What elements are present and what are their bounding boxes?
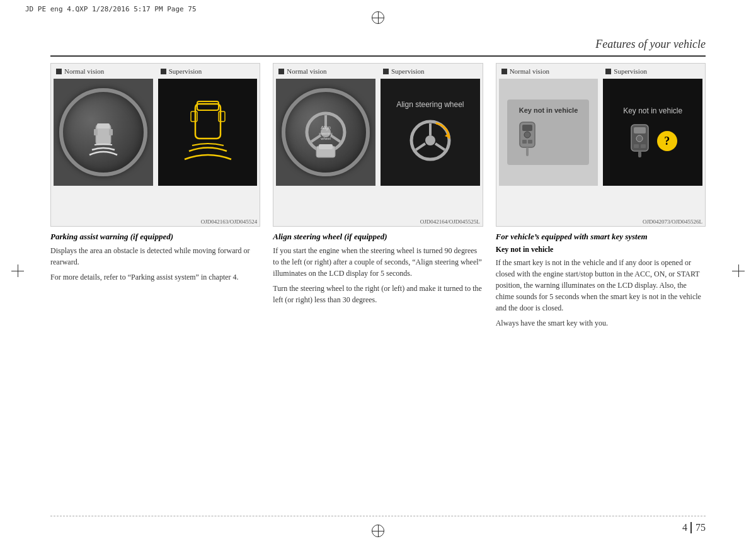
panel-images-3: Key not in vehicle [496, 79, 705, 217]
svg-rect-6 [191, 111, 197, 122]
align-normal-icon: Align steering wheel [297, 104, 354, 161]
svg-text:wheel: wheel [320, 137, 331, 140]
key-normal-text: Key not in vehicle [515, 106, 581, 115]
ojd-code-2: OJD042164/OJD045525L [273, 217, 482, 226]
page-title: Features of your vehicle [595, 38, 706, 50]
parking-supervision-display [158, 79, 258, 186]
svg-rect-7 [219, 111, 225, 122]
caption-title-2: Align steering wheel (if equipped) [273, 232, 483, 242]
page-number: 75 [692, 522, 706, 533]
label-square-4 [383, 69, 389, 74]
normal-vision-label-1: Normal vision [51, 64, 156, 79]
parking-normal-display [54, 79, 153, 186]
header-rule [50, 55, 706, 57]
svg-point-32 [636, 135, 643, 142]
label-square-2 [161, 69, 166, 74]
footer-rule [50, 516, 706, 516]
panel-images-2: Align steering wheel Align st [273, 79, 482, 217]
svg-point-26 [524, 132, 530, 138]
caption-title-3: For vehicle’s equipped with smart key sy… [496, 232, 706, 242]
normal-vision-label-2: Normal vision [273, 64, 378, 79]
supervision-label-2: Supervision [378, 64, 483, 79]
svg-line-21 [416, 144, 425, 150]
chapter-number: 4 [682, 522, 692, 533]
svg-line-12 [331, 135, 340, 142]
caption-body-3: If the smart key is not in the vehicle a… [496, 257, 706, 329]
key-normal-display: Key not in vehicle [499, 79, 598, 186]
key-fob-normal-icon [515, 121, 540, 159]
page-header: Features of your vehicle [595, 38, 706, 51]
align-steering-panel: Normal vision Supervision [273, 63, 483, 227]
instrument-circle-1 [59, 88, 147, 176]
registration-mark-right [732, 264, 745, 277]
caption-title-1: Parking assist warning (if equipped) [50, 232, 260, 242]
align-supervision-text: Align steering wheel [396, 100, 464, 109]
key-supervision-text: Key not in vehicle [623, 106, 682, 115]
registration-circle-bottom [372, 525, 384, 537]
svg-rect-5 [197, 101, 219, 110]
key-fob-supervision-icon [629, 124, 651, 159]
parking-assist-icon [78, 107, 129, 157]
print-metadata: JD PE eng 4.QXP 1/28/2016 5:17 PM Page 7… [25, 5, 197, 13]
svg-rect-1 [97, 123, 110, 128]
key-normal-lcd: Key not in vehicle [507, 99, 589, 164]
svg-rect-4 [195, 104, 220, 139]
page-number-area: 4 75 [682, 522, 706, 533]
column-align-steering: Normal vision Supervision [273, 63, 483, 329]
supervision-label-1: Supervision [156, 64, 260, 79]
svg-point-19 [425, 135, 435, 145]
ojd-code-1: OJD042163/OJD045524 [51, 217, 260, 226]
svg-rect-17 [319, 144, 333, 149]
svg-rect-35 [638, 151, 641, 157]
caption-body-2: If you start the engine when the steerin… [273, 245, 483, 305]
question-mark-icon: ? [657, 131, 677, 151]
key-supervision-display: Key not in vehicle [603, 79, 702, 186]
key-not-panel: Normal vision Supervision Key not in veh… [496, 63, 706, 227]
caption-subtitle-3: Key not in vehicle [496, 245, 706, 254]
svg-rect-2 [94, 129, 98, 135]
columns-container: Normal vision Supervision [50, 63, 706, 329]
content-area: Normal vision Supervision [50, 63, 706, 501]
panel-labels-row: Normal vision Supervision [51, 64, 260, 79]
registration-circle-top [372, 11, 384, 24]
panel-labels-row-2: Normal vision Supervision [273, 64, 482, 79]
svg-line-22 [435, 144, 445, 150]
instrument-circle-2: Align steering wheel [282, 88, 370, 176]
normal-vision-label-3: Normal vision [496, 64, 601, 79]
ojd-code-3: OJD042073/OJD045526L [496, 217, 705, 226]
parking-assist-panel: Normal vision Supervision [50, 63, 260, 227]
svg-rect-3 [109, 129, 113, 135]
svg-rect-28 [528, 140, 532, 144]
svg-rect-31 [634, 127, 646, 133]
parking-supervision-icon [173, 85, 243, 179]
svg-rect-27 [522, 140, 527, 144]
align-supervision-icon [402, 114, 459, 164]
svg-rect-33 [634, 144, 639, 148]
column-key-not-in-vehicle: Normal vision Supervision Key not in veh… [496, 63, 706, 329]
panel-images-1 [51, 79, 260, 217]
column-parking-assist: Normal vision Supervision [50, 63, 260, 329]
supervision-label-3: Supervision [600, 64, 705, 79]
svg-rect-34 [641, 144, 646, 148]
svg-text:steering: steering [319, 132, 332, 135]
align-supervision-display: Align steering wheel [381, 79, 480, 186]
panel-labels-row-3: Normal vision Supervision [496, 64, 705, 79]
svg-rect-25 [522, 125, 532, 131]
label-square-5 [501, 69, 507, 74]
svg-text:Align: Align [321, 125, 331, 130]
registration-mark-left [11, 264, 24, 277]
caption-body-1: Displays the area an obstacle is detecte… [50, 245, 260, 283]
svg-line-11 [311, 135, 321, 142]
label-square-3 [278, 69, 284, 74]
label-square-6 [605, 69, 611, 74]
label-square-1 [56, 69, 62, 74]
align-normal-display: Align steering wheel [276, 79, 375, 186]
svg-rect-29 [526, 147, 529, 156]
